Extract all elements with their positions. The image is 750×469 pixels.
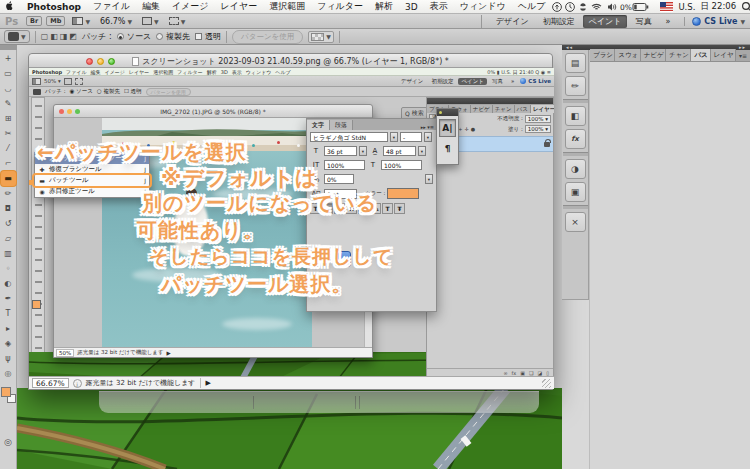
new-selection-icon[interactable]: ▢ <box>41 33 49 41</box>
foreground-color-swatch[interactable] <box>1 387 11 397</box>
bridge-button[interactable]: Br <box>26 16 42 27</box>
panel-tab-スウォ[interactable]: スウォ <box>615 49 640 61</box>
intersect-selection-icon[interactable]: ◩ <box>69 33 77 41</box>
menu-item-5[interactable]: 選択範囲 <box>263 0 311 13</box>
mini-bridge-panel-icon[interactable]: ▤ <box>565 53 586 73</box>
3d-rotate-tool[interactable]: ◈ <box>1 336 16 351</box>
menu-item-8[interactable]: 3D <box>399 2 424 12</box>
transparent-checkbox[interactable]: 透明 <box>195 31 221 42</box>
dodge-tool[interactable]: ◐ <box>1 276 16 291</box>
brushes-panel-icon[interactable]: ✏ <box>565 76 586 96</box>
menu-item-9[interactable]: 表示 <box>424 0 454 13</box>
tool-presets-panel-icon[interactable]: × <box>565 212 586 232</box>
panel-tabs: ブラシスウォナビゲチャンパスレイヤ▾≡ <box>590 50 750 62</box>
pen-tool[interactable]: ✒ <box>1 291 16 306</box>
panel-tab-チャン[interactable]: チャン <box>666 49 691 61</box>
menu-item-11[interactable]: ヘルプ <box>512 0 552 13</box>
workspace-4[interactable]: » <box>659 16 676 27</box>
menu-item-3[interactable]: イメージ <box>166 0 215 13</box>
battery-percent: 0% <box>620 2 632 11</box>
path-selection-tool[interactable]: ▸ <box>1 321 16 336</box>
annotation-line-4: そしたらココを長押しして <box>149 244 393 270</box>
patch-source-radio[interactable]: ソース <box>117 31 151 42</box>
input-source-label[interactable]: U.S. <box>678 2 695 12</box>
slice-tool[interactable]: ✂ <box>1 126 16 141</box>
workspace-1[interactable]: 初期設定 <box>537 15 581 28</box>
masks-panel-icon[interactable]: ▣ <box>565 182 586 202</box>
rectangular-marquee-tool[interactable]: ▭ <box>1 66 16 81</box>
menu-item-10[interactable]: ウィンドウ <box>454 0 512 13</box>
menu-item-7[interactable]: 解析 <box>369 0 399 13</box>
spotlight-and-notification-icons[interactable] <box>741 1 750 13</box>
quick-selection-tool[interactable]: ✎ <box>1 96 16 111</box>
workspace-0[interactable]: デザイン <box>490 15 535 28</box>
pattern-picker[interactable]: ▼ <box>308 31 334 43</box>
text-style-button-7: Ŧ <box>394 203 405 214</box>
ruler-tool[interactable]: ⌐ <box>1 156 16 171</box>
panel-tab-パス[interactable]: パス <box>691 49 710 61</box>
annotation-line-0: ←パッチツールを選択 <box>37 139 247 166</box>
zoom-tool[interactable]: ◎ <box>1 366 16 381</box>
screen-mode-button[interactable]: ▼ <box>166 17 189 25</box>
swatches-panel-icon[interactable]: ◧ <box>565 106 586 126</box>
menu-item-2[interactable]: 編集 <box>136 0 166 13</box>
menu-item-6[interactable]: フィルター <box>311 0 369 13</box>
tools-panel-grip[interactable] <box>0 45 17 50</box>
eraser-tool[interactable]: ▱ <box>1 231 16 246</box>
inner-use-pattern-button: パターンを使用 <box>146 88 191 96</box>
inner-workspace-switcher: デザイン初期設定ペイント写真» <box>398 78 517 85</box>
menubar-clock[interactable]: 日 22:06 <box>700 1 736 13</box>
lasso-tool[interactable]: ◡ <box>1 81 16 96</box>
eyedropper-tool[interactable]: ⁄ <box>1 141 16 156</box>
zoom-percent-field[interactable]: 66.67% <box>32 378 69 388</box>
cs-live-button[interactable]: CS Live ▼ <box>684 17 745 26</box>
history-brush-tool[interactable]: ↺ <box>1 216 16 231</box>
arrange-documents-button[interactable]: ▼ <box>69 17 93 25</box>
use-pattern-button[interactable]: パターンを使用 <box>232 30 303 44</box>
workspace-2[interactable]: ペイント <box>583 15 628 28</box>
panel-dock: ◂◂▸▸ ▤✏◧fx◑▣× ブラシスウォナビゲチャンパスレイヤ▾≡ <box>562 42 750 469</box>
panel-tab-ナビゲ[interactable]: ナビゲ <box>641 49 666 61</box>
clone-stamp-tool[interactable]: ◘ <box>1 201 16 216</box>
gradient-tool[interactable]: ▥ <box>1 246 16 261</box>
dock-separator <box>359 396 360 409</box>
inner-menu-item-2: 編集 <box>91 69 101 75</box>
inner-close-button <box>59 109 64 114</box>
zoom-level-dropdown[interactable]: 66.7%▼ <box>97 17 135 26</box>
workspace-3[interactable]: 写真 <box>629 15 657 28</box>
brush-tool[interactable]: ✏ <box>1 186 16 201</box>
styles-panel-icon[interactable]: fx <box>565 129 586 149</box>
inner-panel-tab-レイヤー: レイヤー <box>531 105 554 113</box>
tool-preset-picker[interactable]: ▼ <box>4 30 30 43</box>
menubar-status-icons[interactable]: 0% <box>551 1 655 13</box>
type-tool[interactable]: T <box>1 306 16 321</box>
resize-grip[interactable] <box>542 379 551 388</box>
status-menu-arrow[interactable]: ▶ <box>205 379 210 387</box>
move-tool[interactable]: + <box>1 51 16 66</box>
macos-dock[interactable] <box>99 391 539 413</box>
patch-tool-icon <box>8 32 19 41</box>
layer-lock-icon <box>544 142 550 147</box>
mini-bridge-button[interactable]: Mb <box>46 16 65 27</box>
menu-item-0[interactable]: Photoshop <box>21 2 87 12</box>
menu-item-4[interactable]: レイヤー <box>215 0 264 13</box>
menu-item-1[interactable]: ファイル <box>87 0 136 13</box>
hand-tool[interactable]: ψ <box>1 351 16 366</box>
window-title-bar[interactable]: スクリーンショット 2023-09-03 21.40.59.png @ 66.7… <box>29 54 552 68</box>
view-extras-button[interactable]: ▼ <box>139 17 162 25</box>
subtract-selection-icon[interactable]: ◨ <box>60 33 68 41</box>
panel-menu-icon[interactable]: ▾≡ <box>736 50 750 61</box>
blur-tool[interactable]: ◦ <box>1 261 16 276</box>
add-selection-icon[interactable]: ◧ <box>50 33 58 41</box>
quick-mask-button[interactable]: ◎ <box>4 437 12 447</box>
input-source-flag-icon[interactable] <box>660 2 673 12</box>
inner-cs-live: CS Live <box>520 78 551 84</box>
panel-tab-ブラシ[interactable]: ブラシ <box>590 49 615 61</box>
spot-healing-brush-tool[interactable]: ▬ <box>1 171 16 186</box>
inner-menu-item-6: フィルター <box>177 69 202 75</box>
adjustments-panel-icon[interactable]: ◑ <box>565 159 586 179</box>
apple-menu-icon[interactable] <box>6 1 15 12</box>
crop-tool[interactable]: ⊞ <box>1 111 16 126</box>
patch-destination-radio[interactable]: 複製先 <box>156 31 190 42</box>
panel-tab-レイヤ[interactable]: レイヤ <box>711 49 736 61</box>
